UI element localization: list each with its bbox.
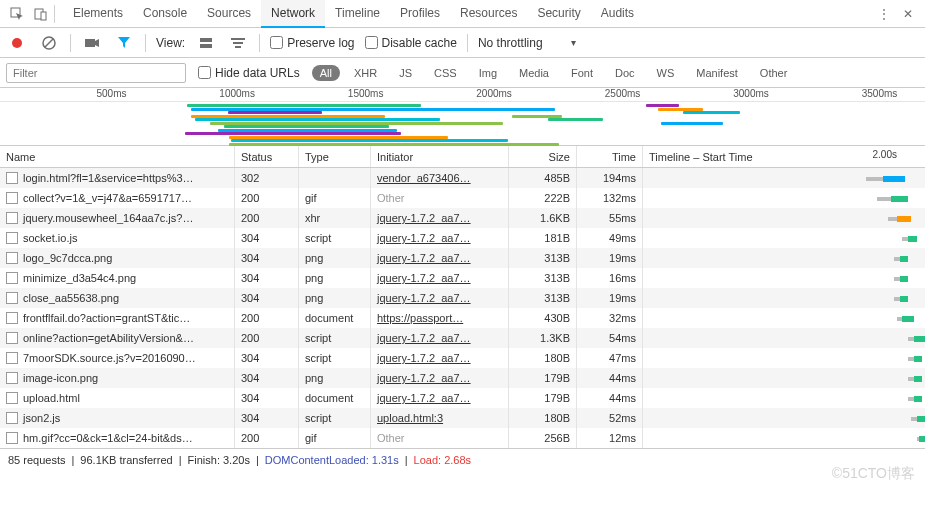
table-row[interactable]: upload.html304documentjquery-1.7.2_aa7…1… xyxy=(0,388,925,408)
menu-icon[interactable]: ⋮ xyxy=(873,3,895,25)
filter-type-doc[interactable]: Doc xyxy=(607,65,643,81)
col-timeline[interactable]: Timeline – Start Time 2.00s xyxy=(643,146,925,167)
request-status: 200 xyxy=(235,428,299,448)
overview-timeline[interactable]: 500ms1000ms1500ms2000ms2500ms3000ms3500m… xyxy=(0,88,925,146)
throttling-select[interactable]: No throttling xyxy=(478,36,582,50)
tab-security[interactable]: Security xyxy=(527,0,590,28)
request-initiator[interactable]: jquery-1.7.2_aa7… xyxy=(371,348,509,368)
request-status: 304 xyxy=(235,288,299,308)
file-icon xyxy=(6,192,18,204)
tab-resources[interactable]: Resources xyxy=(450,0,527,28)
request-name: jquery.mousewheel_164aa7c.js?… xyxy=(23,212,193,224)
view-waterfall-icon[interactable] xyxy=(227,32,249,54)
request-initiator[interactable]: https://passport… xyxy=(371,308,509,328)
filter-type-img[interactable]: Img xyxy=(471,65,505,81)
file-icon xyxy=(6,372,18,384)
table-row[interactable]: json2.js304scriptupload.html:3180B52ms xyxy=(0,408,925,428)
filter-type-media[interactable]: Media xyxy=(511,65,557,81)
svg-rect-5 xyxy=(85,39,95,47)
filter-icon[interactable] xyxy=(113,32,135,54)
table-row[interactable]: login.html?fl=1&service=https%3…302vendo… xyxy=(0,168,925,188)
request-initiator[interactable]: jquery-1.7.2_aa7… xyxy=(371,368,509,388)
request-size: 179B xyxy=(509,388,577,408)
request-size: 180B xyxy=(509,348,577,368)
filter-type-js[interactable]: JS xyxy=(391,65,420,81)
request-size: 256B xyxy=(509,428,577,448)
request-initiator[interactable]: jquery-1.7.2_aa7… xyxy=(371,248,509,268)
table-row[interactable]: online?action=getAbilityVersion&…200scri… xyxy=(0,328,925,348)
filter-type-ws[interactable]: WS xyxy=(649,65,683,81)
file-icon xyxy=(6,212,18,224)
request-timeline xyxy=(643,228,925,248)
filter-input[interactable] xyxy=(6,63,186,83)
table-row[interactable]: logo_9c7dcca.png304pngjquery-1.7.2_aa7…3… xyxy=(0,248,925,268)
status-requests: 85 requests xyxy=(8,454,65,466)
inspect-icon[interactable] xyxy=(6,3,28,25)
col-status[interactable]: Status xyxy=(235,146,299,167)
request-timeline xyxy=(643,348,925,368)
col-initiator[interactable]: Initiator xyxy=(371,146,509,167)
hide-data-urls-checkbox[interactable]: Hide data URLs xyxy=(198,66,300,80)
col-size[interactable]: Size xyxy=(509,146,577,167)
tab-console[interactable]: Console xyxy=(133,0,197,28)
toggle-device-icon[interactable] xyxy=(30,3,52,25)
request-type: script xyxy=(299,348,371,368)
tab-sources[interactable]: Sources xyxy=(197,0,261,28)
request-initiator[interactable]: vendor_a673406… xyxy=(371,168,509,188)
table-row[interactable]: 7moorSDK.source.js?v=2016090…304scriptjq… xyxy=(0,348,925,368)
col-type[interactable]: Type xyxy=(299,146,371,167)
table-row[interactable]: image-icon.png304pngjquery-1.7.2_aa7…179… xyxy=(0,368,925,388)
request-initiator[interactable]: jquery-1.7.2_aa7… xyxy=(371,328,509,348)
request-status: 200 xyxy=(235,208,299,228)
request-time: 32ms xyxy=(577,308,643,328)
close-icon[interactable]: ✕ xyxy=(897,3,919,25)
request-size: 181B xyxy=(509,228,577,248)
table-row[interactable]: frontflfail.do?action=grantST&tic…200doc… xyxy=(0,308,925,328)
request-initiator[interactable]: jquery-1.7.2_aa7… xyxy=(371,268,509,288)
request-name: hm.gif?cc=0&ck=1&cl=24-bit&ds… xyxy=(23,432,193,444)
file-icon xyxy=(6,412,18,424)
stop-icon[interactable] xyxy=(38,32,60,54)
table-row[interactable]: hm.gif?cc=0&ck=1&cl=24-bit&ds…200gifOthe… xyxy=(0,428,925,448)
table-row[interactable]: minimize_d3a54c4.png304pngjquery-1.7.2_a… xyxy=(0,268,925,288)
tab-elements[interactable]: Elements xyxy=(63,0,133,28)
filter-type-font[interactable]: Font xyxy=(563,65,601,81)
request-time: 55ms xyxy=(577,208,643,228)
filter-type-all[interactable]: All xyxy=(312,65,340,81)
request-time: 49ms xyxy=(577,228,643,248)
tab-timeline[interactable]: Timeline xyxy=(325,0,390,28)
disable-cache-checkbox[interactable]: Disable cache xyxy=(365,36,457,50)
request-initiator[interactable]: jquery-1.7.2_aa7… xyxy=(371,228,509,248)
filter-type-manifest[interactable]: Manifest xyxy=(688,65,746,81)
table-row[interactable]: close_aa55638.png304pngjquery-1.7.2_aa7…… xyxy=(0,288,925,308)
col-time[interactable]: Time xyxy=(577,146,643,167)
request-size: 313B xyxy=(509,248,577,268)
record-button[interactable] xyxy=(6,32,28,54)
request-status: 304 xyxy=(235,228,299,248)
filter-bar: Hide data URLs AllXHRJSCSSImgMediaFontDo… xyxy=(0,58,925,88)
tab-audits[interactable]: Audits xyxy=(591,0,644,28)
request-size: 313B xyxy=(509,288,577,308)
filter-type-other[interactable]: Other xyxy=(752,65,796,81)
file-icon xyxy=(6,332,18,344)
filter-type-css[interactable]: CSS xyxy=(426,65,465,81)
request-initiator[interactable]: jquery-1.7.2_aa7… xyxy=(371,288,509,308)
view-large-icon[interactable] xyxy=(195,32,217,54)
status-dcl: DOMContentLoaded: 1.31s xyxy=(265,454,399,466)
request-initiator[interactable]: jquery-1.7.2_aa7… xyxy=(371,208,509,228)
tab-profiles[interactable]: Profiles xyxy=(390,0,450,28)
request-initiator[interactable]: upload.html:3 xyxy=(371,408,509,428)
request-type: png xyxy=(299,248,371,268)
request-timeline xyxy=(643,288,925,308)
table-row[interactable]: collect?v=1&_v=j47&a=6591717…200gifOther… xyxy=(0,188,925,208)
tab-network[interactable]: Network xyxy=(261,0,325,28)
table-row[interactable]: jquery.mousewheel_164aa7c.js?…200xhrjque… xyxy=(0,208,925,228)
table-row[interactable]: socket.io.js304scriptjquery-1.7.2_aa7…18… xyxy=(0,228,925,248)
filter-type-xhr[interactable]: XHR xyxy=(346,65,385,81)
request-status: 200 xyxy=(235,328,299,348)
request-type: png xyxy=(299,368,371,388)
request-initiator[interactable]: jquery-1.7.2_aa7… xyxy=(371,388,509,408)
camera-icon[interactable] xyxy=(81,32,103,54)
col-name[interactable]: Name xyxy=(0,146,235,167)
preserve-log-checkbox[interactable]: Preserve log xyxy=(270,36,354,50)
